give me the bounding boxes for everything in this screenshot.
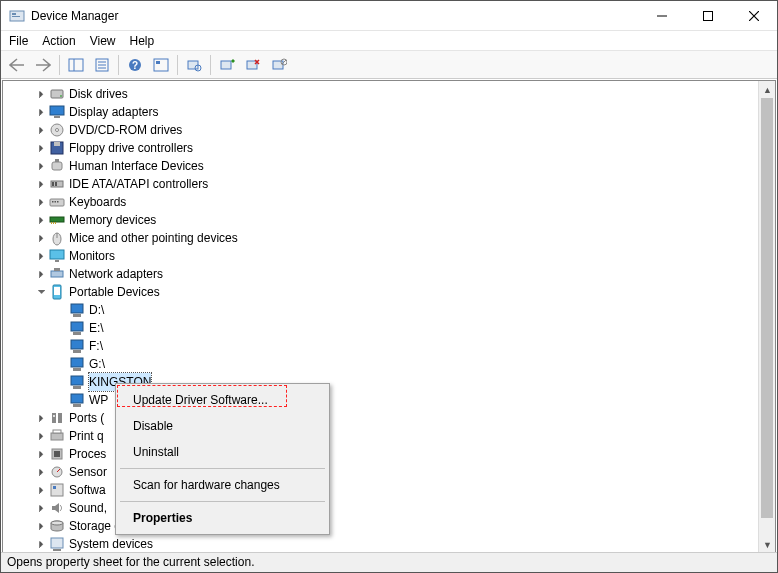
expand-arrow-icon[interactable]: ⏵ (35, 409, 49, 427)
tree-label: Portable Devices (69, 283, 160, 301)
action-button[interactable] (149, 54, 173, 76)
tree-device[interactable]: G:\ (15, 355, 775, 373)
svg-rect-63 (58, 413, 62, 423)
toolbar-separator (210, 55, 211, 75)
context-menu-item[interactable]: Uninstall (119, 439, 326, 465)
expand-arrow-icon[interactable]: ⏵ (35, 193, 49, 211)
expand-arrow-icon[interactable]: ⏵ (35, 517, 49, 535)
maximize-button[interactable] (685, 1, 731, 30)
close-button[interactable] (731, 1, 777, 30)
update-driver-button[interactable] (215, 54, 239, 76)
expand-arrow-icon[interactable]: ⏵ (35, 535, 49, 553)
menu-help[interactable]: Help (130, 34, 155, 48)
sound-icon (49, 500, 65, 516)
expand-arrow-icon[interactable]: ⏵ (35, 499, 49, 517)
properties-button[interactable] (90, 54, 114, 76)
hid-icon (49, 158, 65, 174)
tree-label: F:\ (89, 337, 103, 355)
menu-view[interactable]: View (90, 34, 116, 48)
tree-category[interactable]: ⏵Monitors (15, 247, 775, 265)
tree-category[interactable]: ⏵System devices (15, 535, 775, 553)
minimize-button[interactable] (639, 1, 685, 30)
expand-arrow-icon[interactable]: ⏵ (35, 103, 49, 121)
svg-point-22 (60, 95, 62, 97)
memory-icon (49, 212, 65, 228)
storage-icon (49, 518, 65, 534)
tree-category[interactable]: ⏵Mice and other pointing devices (15, 229, 775, 247)
menu-bar: File Action View Help (1, 31, 777, 51)
tree-category[interactable]: ⏵Human Interface Devices (15, 157, 775, 175)
drive-icon (69, 374, 85, 390)
tree-label: Keyboards (69, 193, 126, 211)
svg-rect-41 (55, 222, 56, 224)
svg-rect-58 (71, 376, 83, 385)
tree-category[interactable]: ⏵Floppy drive controllers (15, 139, 775, 157)
menu-file[interactable]: File (9, 34, 28, 48)
expand-arrow-icon[interactable]: ⏵ (35, 463, 49, 481)
tree-category[interactable]: ⏵Disk drives (15, 85, 775, 103)
tree-category[interactable]: ⏵IDE ATA/ATAPI controllers (15, 175, 775, 193)
expand-arrow-icon[interactable]: ⏵ (35, 481, 49, 499)
drive-icon (69, 302, 85, 318)
scan-hardware-button[interactable] (182, 54, 206, 76)
system-icon (49, 536, 65, 552)
drive-icon (69, 392, 85, 408)
expand-arrow-icon[interactable]: ⏷ (35, 283, 49, 301)
app-icon (9, 8, 25, 24)
drive-icon (69, 356, 85, 372)
expand-arrow-icon[interactable]: ⏵ (35, 211, 49, 229)
svg-rect-46 (51, 271, 63, 277)
expand-arrow-icon[interactable]: ⏵ (35, 139, 49, 157)
tree-category[interactable]: ⏵Memory devices (15, 211, 775, 229)
expand-arrow-icon[interactable]: ⏵ (35, 229, 49, 247)
expand-arrow-icon[interactable]: ⏵ (35, 427, 49, 445)
menu-action[interactable]: Action (42, 34, 75, 48)
svg-rect-62 (52, 413, 56, 423)
tree-category[interactable]: ⏵Keyboards (15, 193, 775, 211)
tree-label: WP (89, 391, 108, 409)
uninstall-button[interactable] (241, 54, 265, 76)
svg-rect-2 (12, 16, 20, 17)
context-menu-item[interactable]: Disable (119, 413, 326, 439)
nav-forward-button[interactable] (31, 54, 55, 76)
svg-point-26 (56, 129, 59, 132)
expand-arrow-icon[interactable]: ⏵ (35, 85, 49, 103)
scroll-up-button[interactable]: ▲ (759, 81, 776, 98)
expand-arrow-icon[interactable]: ⏵ (35, 175, 49, 193)
cpu-icon (49, 446, 65, 462)
printer-icon (49, 428, 65, 444)
tree-category[interactable]: ⏵DVD/CD-ROM drives (15, 121, 775, 139)
context-menu-item[interactable]: Scan for hardware changes (119, 472, 326, 498)
portable-icon (49, 284, 65, 300)
tree-category[interactable]: ⏵Network adapters (15, 265, 775, 283)
disable-button[interactable] (267, 54, 291, 76)
tree-device[interactable]: E:\ (15, 319, 775, 337)
expand-arrow-icon[interactable]: ⏵ (35, 157, 49, 175)
tree-device[interactable]: D:\ (15, 301, 775, 319)
tree-label: Ports ( (69, 409, 104, 427)
tree-device[interactable]: F:\ (15, 337, 775, 355)
svg-rect-54 (71, 340, 83, 349)
svg-rect-53 (73, 332, 81, 335)
nav-back-button[interactable] (5, 54, 29, 76)
ide-icon (49, 176, 65, 192)
device-tree-pane: ⏵Disk drives⏵Display adapters⏵DVD/CD-ROM… (2, 80, 776, 554)
show-hide-console-tree-button[interactable] (64, 54, 88, 76)
svg-rect-35 (52, 201, 54, 203)
svg-rect-68 (54, 451, 60, 457)
toolbar-separator (59, 55, 60, 75)
expand-arrow-icon[interactable]: ⏵ (35, 247, 49, 265)
tree-category[interactable]: ⏷Portable Devices (15, 283, 775, 301)
tree-category[interactable]: ⏵Display adapters (15, 103, 775, 121)
help-button[interactable]: ? (123, 54, 147, 76)
expand-arrow-icon[interactable]: ⏵ (35, 445, 49, 463)
svg-rect-74 (51, 538, 63, 548)
expand-arrow-icon[interactable]: ⏵ (35, 121, 49, 139)
vertical-scrollbar[interactable]: ▲ ▼ (758, 81, 775, 553)
scroll-down-button[interactable]: ▼ (759, 536, 776, 553)
scroll-thumb[interactable] (761, 98, 773, 518)
tree-label: Sound, (69, 499, 107, 517)
tree-label: DVD/CD-ROM drives (69, 121, 182, 139)
context-menu-item[interactable]: Properties (119, 505, 326, 531)
expand-arrow-icon[interactable]: ⏵ (35, 265, 49, 283)
